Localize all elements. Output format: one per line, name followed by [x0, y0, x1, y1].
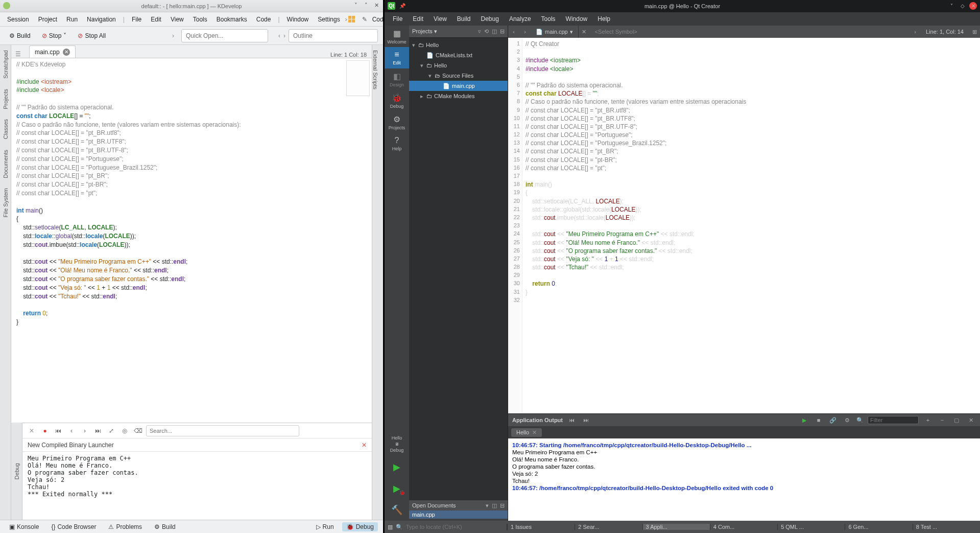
split-icon[interactable]: ◫	[492, 502, 497, 509]
sidebar-toggle-icon[interactable]: ▥	[388, 524, 393, 530]
fwd-icon[interactable]: ›	[283, 32, 285, 39]
prev-icon[interactable]: ⏮	[567, 417, 577, 423]
menu-edit[interactable]: Edit	[408, 13, 428, 25]
rail-scratchpad[interactable]: Scratchpad	[3, 45, 9, 84]
tree-cmakelists[interactable]: CMakeLists.txt	[436, 52, 472, 58]
debug-run-button[interactable]: ▶🐞	[385, 478, 409, 499]
code-content[interactable]: // KDE's Kdevelop #include <iostream> #i…	[11, 58, 372, 331]
stop-icon[interactable]: ■	[814, 417, 824, 423]
menu-help[interactable]: Help	[592, 13, 615, 25]
minimize-pane-icon[interactable]: −	[937, 417, 947, 423]
clear-icon[interactable]: ⌫	[133, 426, 143, 436]
quickopen-input[interactable]	[181, 29, 268, 42]
project-tree[interactable]: ▾🗀 Hello 📄 CMakeLists.txt ▾🗀 Hello ▾🗁 So…	[409, 38, 508, 500]
add-icon[interactable]: +	[923, 417, 933, 423]
mode-design[interactable]: ◧Design	[385, 68, 409, 90]
debug-sidebar[interactable]: Debug	[11, 423, 22, 520]
status-debug[interactable]: 🐞 Debug	[342, 522, 378, 531]
filter-icon[interactable]: ▿	[478, 28, 481, 35]
next-icon[interactable]: ⏭	[581, 417, 591, 423]
kdev-titlebar[interactable]: default:: - [ hello:main.cpp ] — KDevelo…	[0, 0, 383, 12]
nav-fwd-icon[interactable]: ›	[519, 29, 531, 35]
output-content[interactable]: 10:46:57: Starting /home/franco/tmp/cpp/…	[508, 438, 980, 521]
menu-window[interactable]: Window	[561, 13, 593, 25]
mode-help[interactable]: ?Help	[385, 133, 409, 154]
close-launcher-icon[interactable]: ✕	[362, 442, 367, 449]
menu-tools[interactable]: Tools	[189, 14, 211, 25]
menu-tools[interactable]: Tools	[536, 13, 561, 25]
pane-test[interactable]: 8 Test ...	[913, 524, 980, 530]
stop-icon[interactable]: ●	[40, 426, 50, 436]
menu-build[interactable]: Build	[452, 13, 476, 25]
grid-icon[interactable]	[348, 16, 355, 22]
chevron-down-icon[interactable]: ▾	[434, 28, 437, 34]
mode-edit[interactable]: ≡Edit	[385, 47, 409, 68]
outline-input[interactable]	[289, 29, 378, 42]
pane-issues[interactable]: 1 Issues	[507, 524, 575, 530]
pane-search[interactable]: 2 Sear...	[575, 524, 642, 530]
debug-search-input[interactable]	[146, 425, 299, 436]
menu-run[interactable]: Run	[62, 14, 82, 25]
locator[interactable]: ▥ 🔍	[385, 524, 507, 530]
tree-source-files[interactable]: Source Files	[442, 73, 473, 79]
tree-cmake-modules[interactable]: CMake Modules	[434, 93, 474, 99]
pin-icon[interactable]: 📌	[398, 2, 406, 10]
rail-projects[interactable]: Projects	[3, 84, 9, 114]
close-file-icon[interactable]: ✕	[579, 29, 590, 35]
line-gutter[interactable]: 1234567891011121314151617181920212223242…	[508, 38, 522, 413]
settings-icon[interactable]: ⚙	[842, 417, 852, 424]
locator-input[interactable]	[406, 524, 504, 530]
mode-projects[interactable]: ⚙Projects	[385, 111, 409, 133]
menu-icon[interactable]: ☰	[11, 51, 25, 58]
menu-file[interactable]: File	[388, 13, 408, 25]
expand-icon[interactable]: ⤢	[106, 426, 116, 436]
code-content[interactable]: // Qt Creator #include <iostream> #inclu…	[522, 38, 980, 413]
next-icon[interactable]: ›	[80, 426, 90, 436]
qtc-editor[interactable]: 1234567891011121314151617181920212223242…	[508, 38, 980, 413]
close-pane-icon[interactable]: ✕	[966, 417, 976, 424]
menu-view[interactable]: View	[166, 14, 188, 25]
minimize-icon[interactable]: ˅	[948, 2, 955, 10]
build-button[interactable]: 🔨	[385, 499, 409, 521]
close-tab-icon[interactable]: ✕	[532, 429, 537, 436]
stopall-button[interactable]: ⊘Stop All	[74, 30, 110, 41]
chevron-down-icon[interactable]: ▾	[486, 502, 489, 509]
sync-icon[interactable]: ⟲	[484, 28, 489, 35]
open-doc-item[interactable]: main.cpp	[409, 511, 508, 519]
kit-selector[interactable]: Hello🖥Debug	[385, 432, 409, 456]
menu-code[interactable]: Code	[252, 14, 275, 25]
tree-hello[interactable]: Hello	[426, 42, 439, 48]
tree-main-cpp[interactable]: main.cpp	[452, 83, 475, 89]
rail-external-scripts[interactable]: External Scripts	[372, 45, 378, 95]
menu-view[interactable]: View	[428, 13, 452, 25]
menu-file[interactable]: File	[128, 14, 146, 25]
mode-debug[interactable]: 🐞Debug	[385, 90, 409, 111]
mode-welcome[interactable]: ▦Welcome	[385, 26, 409, 47]
menu-settings[interactable]: Settings	[314, 14, 344, 25]
rail-classes[interactable]: Classes	[3, 114, 9, 144]
status-konsole[interactable]: ▣ Konsole	[5, 522, 43, 531]
qtc-titlebar[interactable]: Qt 📌 main.cpp @ Hello - Qt Creator ˅ ◇ ✕	[385, 0, 980, 12]
rail-documents[interactable]: Documents	[3, 145, 9, 183]
pane-compile[interactable]: 4 Com...	[710, 524, 777, 530]
first-icon[interactable]: ⏮	[53, 426, 63, 436]
chevron-right-icon[interactable]: ›	[910, 29, 921, 35]
status-build[interactable]: ⚙ Build	[150, 522, 180, 531]
close-icon[interactable]: ✕	[969, 2, 977, 10]
menu-analyze[interactable]: Analyze	[504, 13, 536, 25]
menu-debug[interactable]: Debug	[476, 13, 504, 25]
status-run[interactable]: ▷ Run	[312, 522, 338, 531]
menu-edit[interactable]: Edit	[147, 14, 165, 25]
maximize-icon[interactable]: ◇	[959, 2, 966, 10]
overview-ruler[interactable]	[346, 60, 370, 96]
debug-output[interactable]: Meu Primeiro Programa em C++ Olá! Meu no…	[22, 452, 372, 520]
minimize-icon[interactable]: ˅	[352, 2, 360, 9]
nav-back-icon[interactable]: ‹	[508, 29, 519, 35]
pane-appoutput[interactable]: 3 Appli...	[642, 524, 710, 530]
tree-hello-target[interactable]: Hello	[434, 62, 447, 68]
stop-button[interactable]: ⊘Stop˅	[38, 30, 71, 41]
split-icon[interactable]: ⊞	[969, 29, 980, 35]
opendocs-label[interactable]: Open Documents	[412, 502, 456, 508]
output-tab-hello[interactable]: Hello✕	[511, 428, 542, 437]
close-icon[interactable]: ✕	[373, 2, 380, 9]
